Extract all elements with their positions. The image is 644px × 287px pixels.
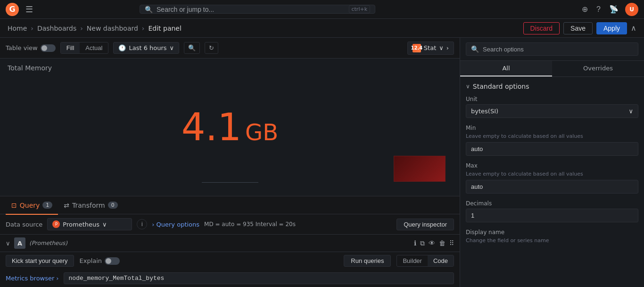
query-options-label: Query options — [157, 221, 200, 228]
explain-knob — [106, 258, 111, 264]
breadcrumb-home[interactable]: Home — [8, 25, 27, 32]
section-title: Standard options — [473, 83, 529, 90]
run-queries-button[interactable]: Run queries — [344, 255, 391, 267]
query-meta: MD = auto = 935 Interval = 20s — [204, 221, 296, 228]
query-letter: A — [14, 237, 25, 249]
query-inspector-button[interactable]: Query inspector — [396, 219, 454, 230]
datasource-name: Prometheus — [63, 221, 99, 228]
collapse-button[interactable]: ∧ — [631, 24, 636, 33]
tab-transform-badge: 0 — [108, 202, 118, 209]
tab-query-label: Query — [20, 202, 40, 209]
metrics-browser-link[interactable]: Metrics browser › — [6, 275, 59, 282]
search-options-input[interactable] — [483, 46, 633, 53]
toggle-knob — [41, 45, 47, 51]
hamburger-button[interactable]: ☰ — [24, 2, 35, 17]
unit-field-group: Unit bytes(SI) ∨ — [466, 96, 638, 118]
unit-select[interactable]: bytes(SI) ∨ — [466, 104, 638, 118]
breadcrumb-new-dashboard[interactable]: New dashboard — [87, 25, 138, 32]
max-input[interactable] — [466, 180, 638, 194]
query-collapse-button[interactable]: ∨ — [6, 240, 10, 247]
query-row: ∨ A (Prometheus) ℹ ⧉ 👁 🗑 ⠿ — [0, 235, 460, 252]
datasource-bar: Data source P Prometheus ∨ i › Query opt… — [0, 214, 460, 235]
query-row-icons: ℹ ⧉ 👁 🗑 ⠿ — [414, 239, 454, 247]
table-view-label: Table view — [6, 44, 38, 51]
tab-all[interactable]: All — [460, 61, 552, 76]
panel-type-selector[interactable]: 12.4 Stat ∨ › — [407, 42, 454, 55]
display-name-field-group: Display name Change the field or series … — [466, 229, 638, 244]
discard-button[interactable]: Discard — [523, 22, 560, 34]
refresh-button[interactable]: ↻ — [205, 42, 218, 54]
query-options-button[interactable]: › Query options — [152, 221, 199, 228]
chart-value-unit: GB — [245, 119, 278, 145]
info-button[interactable]: i — [137, 219, 147, 229]
breadcrumb-bar: Home › Dashboards › New dashboard › Edit… — [0, 19, 644, 38]
display-name-label: Display name — [466, 229, 638, 236]
tab-transform-label: Transform — [72, 202, 105, 209]
datasource-chevron: ∨ — [102, 221, 107, 228]
tab-transform-icon: ⇄ — [64, 202, 69, 209]
explain-label: Explain — [80, 257, 102, 264]
search-options-icon: 🔍 — [471, 45, 479, 53]
time-range-label: Last 6 hours — [129, 44, 166, 51]
chart-line — [202, 182, 258, 183]
table-view-switch[interactable] — [41, 44, 56, 52]
decimals-label: Decimals — [466, 200, 638, 207]
decimals-input[interactable] — [466, 209, 638, 222]
tab-query[interactable]: ⊡ Query 1 — [6, 197, 58, 215]
chart-value-number: 4.1 — [182, 105, 241, 149]
breadcrumb-sep-3: › — [142, 25, 145, 32]
apply-button[interactable]: Apply — [596, 22, 627, 34]
add-button[interactable]: ⊕ — [580, 3, 590, 16]
breadcrumb-dashboards[interactable]: Dashboards — [37, 25, 76, 32]
explain-switch[interactable] — [105, 257, 120, 265]
builder-button[interactable]: Builder — [397, 255, 427, 266]
chart-title: Total Memory — [8, 64, 52, 72]
query-hide-button[interactable]: 👁 — [429, 239, 435, 247]
section-collapse-icon: ∨ — [466, 83, 470, 90]
right-panel-tabs: All Overrides — [460, 61, 644, 77]
query-input[interactable] — [64, 272, 454, 284]
panel-type-chevron-down: ∨ — [439, 44, 444, 51]
min-input[interactable] — [466, 142, 638, 156]
actual-button[interactable]: Actual — [80, 42, 108, 53]
right-panel: 🔍 All Overrides ∨ Standard options Unit … — [460, 38, 644, 287]
avatar[interactable]: U — [625, 3, 638, 16]
tab-query-icon: ⊡ — [11, 202, 17, 209]
zoom-out-button[interactable]: 🔍 — [184, 42, 200, 54]
main-layout: Table view Fill Actual 🕐 Last 6 hours ∨ … — [0, 38, 644, 287]
fill-button[interactable]: Fill — [61, 42, 80, 53]
query-delete-button[interactable]: 🗑 — [439, 239, 446, 247]
min-field-group: Min Leave empty to calculate based on al… — [466, 125, 638, 156]
decimals-field-group: Decimals — [466, 200, 638, 222]
search-input[interactable] — [157, 6, 345, 13]
tab-transform[interactable]: ⇄ Transform 0 — [58, 197, 123, 215]
table-view-toggle[interactable]: Table view — [6, 44, 56, 52]
section-header[interactable]: ∨ Standard options — [466, 83, 638, 90]
query-info-button[interactable]: ℹ — [414, 239, 416, 247]
panel-toolbar: Table view Fill Actual 🕐 Last 6 hours ∨ … — [0, 38, 460, 59]
time-picker[interactable]: 🕐 Last 6 hours ∨ — [113, 42, 179, 54]
kick-start-button[interactable]: Kick start your query — [6, 255, 74, 267]
max-sublabel: Leave empty to calculate based on all va… — [466, 171, 638, 177]
search-input-wrapper[interactable]: 🔍 — [466, 42, 638, 56]
grafana-logo: G — [6, 3, 19, 16]
query-copy-button[interactable]: ⧉ — [420, 239, 425, 247]
chevron-down-icon: ∨ — [170, 44, 174, 51]
unit-chevron-icon: ∨ — [628, 108, 633, 115]
datasource-select[interactable]: P Prometheus ∨ — [47, 218, 132, 230]
query-drag-button[interactable]: ⠿ — [449, 239, 454, 247]
breadcrumb-sep-2: › — [80, 25, 83, 32]
notifications-button[interactable]: 📡 — [607, 3, 620, 16]
max-field-group: Max Leave empty to calculate based on al… — [466, 162, 638, 194]
tab-query-badge: 1 — [42, 202, 52, 209]
help-button[interactable]: ? — [594, 3, 603, 16]
save-button[interactable]: Save — [563, 22, 593, 34]
panel-type-expand: › — [446, 44, 449, 51]
explain-toggle: Explain — [80, 257, 120, 265]
code-button[interactable]: Code — [428, 255, 454, 266]
search-bar[interactable]: 🔍 ctrl+k — [140, 5, 375, 14]
tab-overrides[interactable]: Overrides — [552, 61, 644, 76]
query-datasource-label: (Prometheus) — [29, 240, 67, 246]
chart-area: Total Memory 4.1 GB — [0, 59, 460, 196]
tab-bar: ⊡ Query 1 ⇄ Transform 0 — [0, 196, 460, 214]
